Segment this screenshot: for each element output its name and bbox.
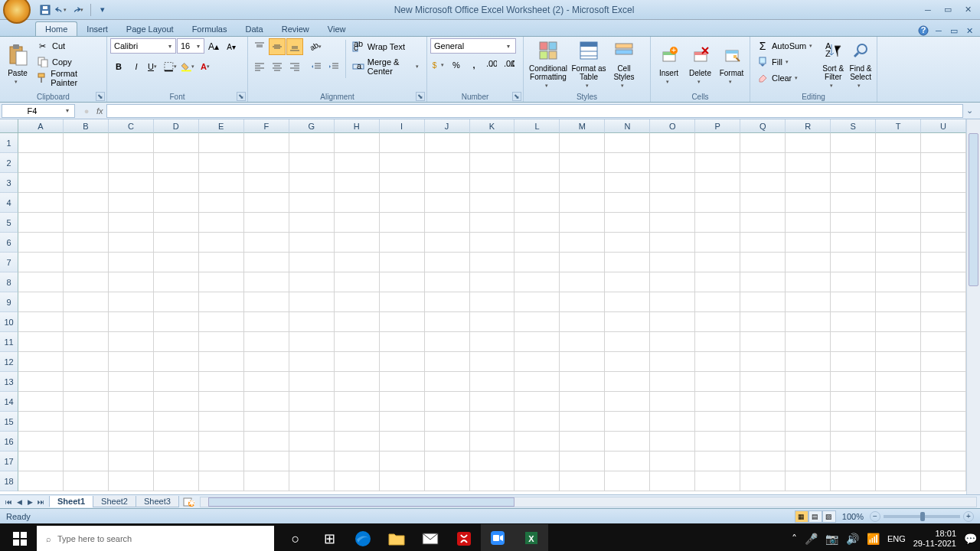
- cell[interactable]: [921, 471, 966, 491]
- cell[interactable]: [740, 233, 786, 253]
- cell[interactable]: [199, 312, 244, 332]
- cell[interactable]: [650, 153, 695, 173]
- cell[interactable]: [380, 292, 425, 312]
- font-name-combo[interactable]: ▾: [110, 38, 176, 54]
- row-header[interactable]: 1: [0, 133, 18, 153]
- decrease-decimal-icon[interactable]: .00.0: [501, 57, 518, 73]
- font-name-input[interactable]: [111, 39, 165, 53]
- cell[interactable]: [289, 471, 335, 491]
- cell[interactable]: [740, 153, 786, 173]
- cell[interactable]: [18, 372, 64, 392]
- cell[interactable]: [650, 292, 695, 312]
- cell[interactable]: [244, 332, 289, 352]
- cell[interactable]: [514, 272, 560, 292]
- cell[interactable]: [154, 153, 199, 173]
- column-header[interactable]: O: [650, 119, 695, 133]
- cell[interactable]: [289, 372, 335, 392]
- cell[interactable]: [921, 153, 966, 173]
- cell[interactable]: [470, 352, 515, 372]
- cell[interactable]: [695, 292, 740, 312]
- cell[interactable]: [244, 233, 289, 253]
- cell[interactable]: [109, 213, 154, 233]
- cell[interactable]: [695, 193, 740, 213]
- cell[interactable]: [425, 253, 470, 272]
- cell[interactable]: [695, 332, 740, 352]
- cell[interactable]: [740, 392, 786, 412]
- cell[interactable]: [831, 233, 876, 253]
- cell[interactable]: [335, 471, 380, 491]
- cell[interactable]: [650, 312, 695, 332]
- cell[interactable]: [560, 471, 605, 491]
- cell[interactable]: [425, 432, 470, 452]
- cell[interactable]: [154, 272, 199, 292]
- cell[interactable]: [514, 153, 560, 173]
- cell[interactable]: [605, 312, 650, 332]
- font-size-input[interactable]: [178, 39, 193, 53]
- cell[interactable]: [154, 412, 199, 432]
- cell[interactable]: [740, 312, 786, 332]
- cell[interactable]: [921, 173, 966, 193]
- orientation-icon[interactable]: ab▾: [308, 38, 325, 55]
- cell[interactable]: [605, 173, 650, 193]
- cell[interactable]: [921, 372, 966, 392]
- cell[interactable]: [470, 332, 515, 352]
- cell[interactable]: [109, 332, 154, 352]
- clear-button[interactable]: Clear▾: [753, 70, 818, 86]
- row-header[interactable]: 8: [0, 272, 18, 292]
- cell[interactable]: [380, 392, 425, 412]
- row-header[interactable]: 11: [0, 332, 18, 352]
- cell[interactable]: [335, 432, 380, 452]
- cell[interactable]: [740, 432, 786, 452]
- cell[interactable]: [244, 392, 289, 412]
- cell[interactable]: [335, 412, 380, 432]
- prev-sheet-icon[interactable]: ◀: [14, 497, 24, 507]
- cell[interactable]: [380, 272, 425, 292]
- cell[interactable]: [560, 153, 605, 173]
- cell[interactable]: [560, 233, 605, 253]
- cell[interactable]: [650, 392, 695, 412]
- cancel-formula-icon[interactable]: ●: [80, 105, 93, 117]
- row-header[interactable]: 14: [0, 392, 18, 412]
- cell[interactable]: [335, 292, 380, 312]
- save-icon[interactable]: [38, 3, 52, 17]
- cell[interactable]: [154, 312, 199, 332]
- cell[interactable]: [154, 392, 199, 412]
- format-as-table-button[interactable]: Format as Table▾: [571, 38, 606, 89]
- cell[interactable]: [786, 233, 831, 253]
- cell[interactable]: [244, 173, 289, 193]
- cell[interactable]: [109, 153, 154, 173]
- cell[interactable]: [514, 471, 560, 491]
- cell[interactable]: [876, 133, 921, 153]
- cell[interactable]: [786, 292, 831, 312]
- cell[interactable]: [470, 372, 515, 392]
- cell[interactable]: [64, 133, 109, 153]
- cell[interactable]: [786, 213, 831, 233]
- cell[interactable]: [64, 312, 109, 332]
- cell[interactable]: [199, 213, 244, 233]
- cell[interactable]: [786, 392, 831, 412]
- cell[interactable]: [289, 213, 335, 233]
- cell[interactable]: [740, 471, 786, 491]
- cell[interactable]: [425, 133, 470, 153]
- close-button[interactable]: ✕: [959, 4, 977, 16]
- copy-button[interactable]: Copy: [34, 54, 103, 70]
- sheet-tab[interactable]: Sheet3: [136, 496, 179, 507]
- cell[interactable]: [244, 292, 289, 312]
- cells-area[interactable]: [18, 133, 966, 494]
- cell[interactable]: [425, 352, 470, 372]
- scroll-thumb[interactable]: [969, 133, 978, 286]
- cell[interactable]: [199, 272, 244, 292]
- cell[interactable]: [154, 133, 199, 153]
- start-button[interactable]: [3, 524, 37, 551]
- cell[interactable]: [605, 292, 650, 312]
- column-header[interactable]: I: [380, 119, 425, 133]
- cell[interactable]: [289, 253, 335, 272]
- cell[interactable]: [560, 253, 605, 272]
- cell[interactable]: [380, 352, 425, 372]
- format-cells-button[interactable]: Format▾: [717, 38, 746, 89]
- cell[interactable]: [199, 292, 244, 312]
- number-format-combo[interactable]: ▾: [430, 38, 516, 54]
- cell[interactable]: [605, 352, 650, 372]
- cell[interactable]: [335, 272, 380, 292]
- cell[interactable]: [289, 392, 335, 412]
